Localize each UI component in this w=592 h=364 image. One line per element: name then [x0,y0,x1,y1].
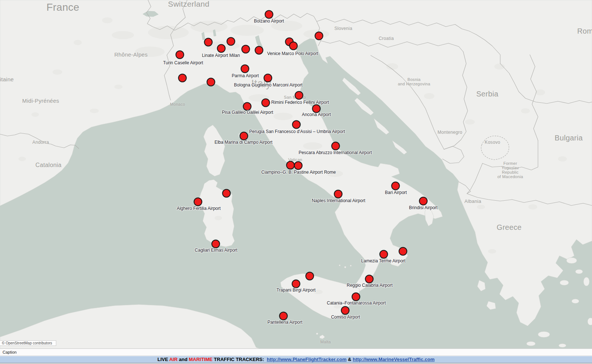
footer-text-segment: AIR [169,357,177,362]
airport-marker[interactable] [204,38,213,47]
map-attribution: © OpenStreetMap contributors [0,340,56,346]
footer-tracker-bar: LIVE AIR and MARITIME TRAFFIC TRACKERS: … [0,356,592,363]
airport-label-bari-airport: Bari Airport [385,190,407,195]
airport-label-pescara-abruzzo-international-airport: Pescara Abruzzo International Airport [299,150,372,155]
footer-text-segment: TRAFFIC TRACKERS: [212,357,267,362]
airport-marker[interactable] [315,32,323,40]
airport-marker-turin-caselle-airport[interactable] [176,51,184,59]
airport-marker-parma-airport[interactable] [241,65,249,73]
airport-label-trapani-birgi-airport: Trapani Birgi Airport [276,288,316,293]
footer-link-http-www-planeflighttracker-com[interactable]: http://www.PlaneFlightTracker.com [267,357,347,362]
island-aeolian [339,265,340,266]
island-aegean [572,299,579,303]
airport-marker-linate-airport-milan[interactable] [217,44,226,53]
island-aegean [566,258,577,263]
caption-bar: Caption [0,348,592,356]
airport-label-turin-caselle-airport: Turin Caselle Airport [163,60,203,65]
airport-marker[interactable] [295,91,303,100]
airport-label-cagliari-elmas-airport: Cagliari Elmas Airport [195,248,237,253]
footer-text-segment: MARITIME [189,357,212,362]
airport-label-bologna-guglielmo-marconi-airport: Bologna Guglielmo Marconi Airport [234,82,302,88]
airport-marker-naples-international-airport[interactable] [334,190,343,198]
airport-label-ancona-airport: Ancona Airport [302,112,331,117]
island-aegean [527,341,535,346]
airport-label-venice-marco-polo-airport: Venice Marco Polo Airport [267,51,318,56]
airport-marker-pantelleria-airport[interactable] [279,312,288,320]
airport-label-alghero-fertilia-airport: Alghero Fertilia Airport [177,206,221,211]
airport-marker-bari-airport[interactable] [391,182,400,190]
page: FranceSwitzerlandRhône-AlpesAquitaineMid… [0,0,592,364]
airport-marker-ciampino-g-b-pastine-airport-rome[interactable] [294,161,303,170]
airport-marker-bolzano-airport[interactable] [265,10,273,19]
island-aeolian [350,265,352,266]
footer-text-segment: LIVE [157,357,169,362]
airport-label-reggio-calabria-airport: Reggio Calabria Airport [347,283,393,288]
footer-tracker-text: LIVE AIR and MARITIME TRAFFIC TRACKERS: … [157,357,434,362]
airport-marker-alghero-fertilia-airport[interactable] [194,198,202,206]
airport-marker-reggio-calabria-airport[interactable] [365,275,374,283]
airport-marker-catania-fontanarossa-airport[interactable] [352,293,360,301]
airport-marker-cagliari-elmas-airport[interactable] [212,240,220,248]
airport-marker[interactable] [255,46,263,55]
footer-text-segment: and [178,357,189,362]
airport-marker[interactable] [306,272,314,280]
airport-label-lamezia-terme-airport: Lamezia Terme Airport [361,258,406,263]
airport-label-perugia-san-francesco-d-assisi-umbria-airport: Perugia San Francesco d'Assisi – Umbria … [249,129,345,134]
airport-marker[interactable] [286,161,295,170]
airport-label-catania-fontanarossa-airport: Catania–Fontanarossa Airport [327,300,386,306]
airport-label-pisa-galileo-galilei-airport: Pisa Galileo Galilei Airport [222,110,273,115]
airport-label-linate-airport-milan: Linate Airport Milan [202,53,240,58]
island-aegean [583,277,589,286]
airport-marker[interactable] [222,189,231,198]
airport-marker-lamezia-terme-airport[interactable] [380,250,388,259]
airport-label-naples-international-airport: Naples International Airport [312,198,366,203]
footer-text-segment: & [347,357,353,362]
airport-marker-bologna-guglielmo-marconi-airport[interactable] [264,74,272,82]
airport-marker[interactable] [227,37,235,46]
airport-marker[interactable] [399,247,407,256]
airport-marker-venice-marco-polo-airport[interactable] [289,42,298,50]
airport-marker-rimini-federico-fellini-airport[interactable] [262,99,270,107]
island-aegean [560,280,569,285]
airport-label-brindisi-airport: Brindisi Airport [409,205,437,210]
airport-label-pantelleria-airport: Pantelleria Airport [268,320,303,325]
airport-marker-perugia-san-francesco-d-assisi-umbria-airport[interactable] [292,120,301,129]
airport-marker[interactable] [207,78,215,86]
airport-label-bolzano-airport: Bolzano Airport [254,18,284,24]
island-aegean [538,331,550,337]
footer-link-http-www-marinevesseltraffic-com[interactable]: http://www.MarineVesselTraffic.com [353,357,434,362]
island-gozo [316,333,318,335]
airport-label-rimini-federico-fellini-airport: Rimini Federico Fellini Airport [271,100,329,105]
airport-label-comiso-airport: Comiso Airport [331,314,360,320]
airport-marker-elba-marina-di-campo-airport[interactable] [240,132,248,140]
airport-marker-pescara-abruzzo-international-airport[interactable] [332,142,340,150]
airport-label-parma-airport: Parma Airport [232,73,259,78]
island-aeolian [344,266,346,268]
island-aegean [559,344,566,347]
airport-marker-comiso-airport[interactable] [341,306,350,315]
island-aegean [588,318,592,325]
airport-label-ciampino-g-b-pastine-airport-rome: Ciampino–G. B. Pastine Airport Rome [261,170,336,175]
airport-marker-trapani-birgi-airport[interactable] [292,280,300,288]
airport-marker[interactable] [178,74,187,82]
airport-marker[interactable] [242,45,250,54]
airport-label-elba-marina-di-campo-airport: Elba Marina di Campo Airport [215,140,273,145]
caption-label: Caption [3,350,17,354]
map-canvas[interactable]: FranceSwitzerlandRhône-AlpesAquitaineMid… [0,0,592,348]
island-aegean [575,269,583,274]
airport-marker-brindisi-airport[interactable] [419,197,428,205]
